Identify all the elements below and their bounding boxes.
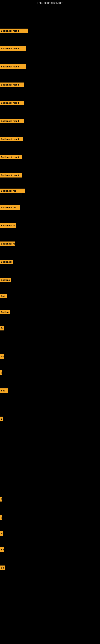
site-title: TheBottlenecker.com: [0, 0, 100, 5]
bar-row: Bottleneck result: [0, 137, 23, 141]
bar-row: Bottleneck res: [0, 205, 20, 210]
bar-label: Bottleneck re: [0, 224, 16, 228]
bar-row: Bottleneck res: [0, 188, 25, 193]
bar-row: B: [0, 497, 2, 502]
bar-label: Bo: [0, 566, 5, 570]
bar-row: Bottleneck re: [0, 242, 15, 246]
bar-label: Bott: [0, 388, 8, 393]
bar-label: Bottleneck r: [0, 260, 13, 264]
bar-label: Bottleneck result: [0, 173, 22, 178]
bar-row: Bott: [0, 388, 8, 393]
bar-row: B: [0, 416, 3, 421]
bar-label: Bottleneck res: [0, 188, 25, 193]
bar-label: Bo: [0, 354, 4, 359]
bar-row: Bottleneck result: [0, 100, 24, 105]
bar-row: B: [0, 326, 3, 330]
bar-row: Bottleneck result: [0, 119, 24, 123]
bar-row: |: [0, 370, 2, 375]
bar-label: Bott: [0, 294, 7, 298]
bar-row: Bo: [0, 354, 4, 359]
bar-row: Bottleneck result: [0, 82, 24, 87]
bar-label: Bottleneck result: [0, 137, 23, 141]
bar-row: Bottleneck re: [0, 224, 16, 228]
bar-row: Bottlene: [0, 278, 11, 282]
bar-label: B: [0, 416, 3, 421]
bar-label: Bottlen: [0, 310, 10, 314]
bar-label: B: [0, 497, 2, 502]
bar-label: Bottleneck result: [0, 64, 26, 69]
bar-label: |: [0, 515, 2, 520]
bar-label: Bottleneck result: [0, 100, 24, 105]
bar-row: Bottleneck result: [0, 173, 22, 178]
bar-label: Bottleneck result: [0, 155, 22, 160]
bar-label: Bottleneck result: [0, 119, 24, 123]
bar-row: Bottleneck result: [0, 28, 28, 33]
bar-label: Bottlene: [0, 278, 11, 282]
bar-row: Bo: [0, 548, 4, 552]
bar-label: Bottleneck result: [0, 28, 28, 33]
bar-row: Bott: [0, 294, 7, 298]
bar-row: |: [0, 515, 2, 520]
bar-row: Bo: [0, 566, 5, 570]
bar-label: Bottleneck res: [0, 205, 20, 210]
bar-label: Bottleneck re: [0, 242, 15, 246]
bar-row: Bottleneck result: [0, 155, 22, 160]
bar-row: Bottlen: [0, 310, 10, 314]
bar-label: B: [0, 531, 3, 536]
bar-label: |: [0, 370, 2, 375]
bar-row: B: [0, 531, 3, 536]
bar-label: Bottleneck result: [0, 46, 26, 51]
bar-label: Bo: [0, 548, 4, 552]
bar-row: Bottleneck r: [0, 260, 13, 264]
bar-label: B: [0, 326, 3, 330]
bar-row: Bottleneck result: [0, 64, 26, 69]
bar-row: Bottleneck result: [0, 46, 26, 51]
bar-label: Bottleneck result: [0, 82, 24, 87]
